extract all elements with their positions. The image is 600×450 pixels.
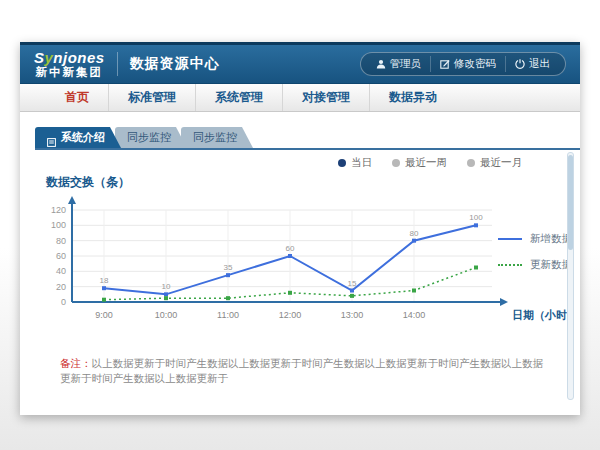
- power-icon: [515, 59, 525, 69]
- document-icon: [47, 133, 56, 142]
- svg-text:20: 20: [56, 282, 66, 292]
- nav-item-system-mgmt-label: 系统管理: [215, 89, 263, 106]
- svg-text:60: 60: [56, 251, 66, 261]
- nav-item-standard-mgmt[interactable]: 标准管理: [108, 84, 195, 111]
- tab-system-intro-label: 系统介绍: [61, 127, 105, 148]
- app-header: Synjones 新中新集团 数据资源中心 管理员 修改密码: [20, 42, 580, 84]
- svg-text:80: 80: [56, 236, 66, 246]
- tab-system-intro[interactable]: 系统介绍: [35, 127, 121, 148]
- scrollbar[interactable]: [567, 152, 574, 400]
- filter-last-week[interactable]: 最近一周: [392, 156, 447, 170]
- svg-text:15: 15: [348, 279, 357, 288]
- filter-last-month[interactable]: 最近一月: [467, 156, 522, 170]
- legend-updated-data-label: 更新数据: [530, 258, 572, 272]
- nav-item-interface-mgmt-label: 对接管理: [302, 89, 350, 106]
- user-menu-admin-label: 管理员: [390, 57, 422, 71]
- nav-item-data-change-label: 数据异动: [389, 89, 437, 106]
- logo-post: njones: [53, 49, 104, 66]
- user-menu-logout[interactable]: 退出: [505, 56, 559, 72]
- svg-text:11:00: 11:00: [217, 310, 239, 320]
- svg-text:120: 120: [51, 205, 66, 215]
- nav-item-data-change[interactable]: 数据异动: [369, 84, 456, 111]
- svg-text:14:00: 14:00: [403, 310, 426, 320]
- main-nav: 首页 标准管理 系统管理 对接管理 数据异动: [20, 84, 580, 112]
- legend-new-data[interactable]: 新增数据: [498, 232, 572, 246]
- legend-line-dotted-icon: [498, 264, 522, 266]
- user-menu: 管理员 修改密码 退出: [360, 52, 567, 76]
- note-label: 备注：: [60, 357, 92, 369]
- header-divider: [117, 52, 118, 76]
- logo-pre: S: [34, 49, 45, 66]
- svg-text:100: 100: [51, 220, 66, 230]
- filter-last-month-label: 最近一月: [480, 156, 522, 170]
- tab-sync-monitor-2[interactable]: 同步监控: [181, 127, 253, 148]
- filter-last-week-label: 最近一周: [405, 156, 447, 170]
- svg-text:13:00: 13:00: [341, 310, 364, 320]
- nav-item-standard-mgmt-label: 标准管理: [128, 89, 176, 106]
- note-text: 以上数据更新于时间产生数据以上数据更新于时间产生数据以上数据更新于时间产生数据以…: [60, 357, 543, 384]
- user-menu-change-password-label: 修改密码: [454, 57, 496, 71]
- time-range-filter: 当日 最近一周 最近一月: [338, 156, 522, 170]
- svg-text:40: 40: [56, 266, 66, 276]
- svg-text:10:00: 10:00: [155, 310, 178, 320]
- svg-text:35: 35: [224, 263, 233, 272]
- tab-bar: 系统介绍 同步监控 同步监控: [35, 127, 580, 150]
- nav-item-home[interactable]: 首页: [46, 84, 108, 111]
- user-menu-change-password[interactable]: 修改密码: [430, 56, 505, 72]
- filter-today[interactable]: 当日: [338, 156, 372, 170]
- radio-icon: [467, 159, 475, 167]
- tab-sync-monitor-1[interactable]: 同步监控: [115, 127, 187, 148]
- chart-y-axis-title: 数据交换（条）: [46, 174, 130, 191]
- logo-text: Synjones: [34, 50, 105, 66]
- radio-icon: [392, 159, 400, 167]
- user-menu-admin[interactable]: 管理员: [367, 56, 431, 72]
- svg-text:0: 0: [61, 297, 66, 307]
- tab-sync-monitor-1-label: 同步监控: [127, 127, 171, 148]
- legend-line-solid-icon: [498, 238, 522, 240]
- filter-today-label: 当日: [351, 156, 372, 170]
- legend-updated-data[interactable]: 更新数据: [498, 258, 572, 272]
- svg-text:10: 10: [162, 282, 171, 291]
- logo-subtitle: 新中新集团: [34, 66, 105, 78]
- chart-legend: 新增数据 更新数据: [498, 232, 572, 272]
- company-logo: Synjones 新中新集团: [34, 50, 105, 78]
- svg-text:9:00: 9:00: [95, 310, 113, 320]
- page-title: 数据资源中心: [130, 55, 220, 73]
- edit-icon: [440, 59, 450, 69]
- svg-text:18: 18: [100, 276, 109, 285]
- scrollbar-thumb[interactable]: [568, 155, 573, 250]
- content-area: 系统介绍 同步监控 同步监控 当日 最近一周 最近一月 数据交换（条） 0204…: [20, 112, 580, 415]
- legend-new-data-label: 新增数据: [530, 232, 572, 246]
- app-window: Synjones 新中新集团 数据资源中心 管理员 修改密码: [20, 42, 580, 415]
- radio-icon: [338, 159, 346, 167]
- nav-item-home-label: 首页: [65, 89, 89, 106]
- tab-sync-monitor-2-label: 同步监控: [193, 127, 237, 148]
- user-menu-logout-label: 退出: [529, 57, 550, 71]
- nav-item-system-mgmt[interactable]: 系统管理: [195, 84, 282, 111]
- svg-text:80: 80: [410, 229, 419, 238]
- footer-note: 备注：以上数据更新于时间产生数据以上数据更新于时间产生数据以上数据更新于时间产生…: [60, 356, 550, 385]
- nav-item-interface-mgmt[interactable]: 对接管理: [282, 84, 369, 111]
- svg-text:60: 60: [286, 244, 295, 253]
- user-icon: [376, 59, 386, 69]
- svg-text:12:00: 12:00: [279, 310, 302, 320]
- svg-text:100: 100: [469, 213, 483, 222]
